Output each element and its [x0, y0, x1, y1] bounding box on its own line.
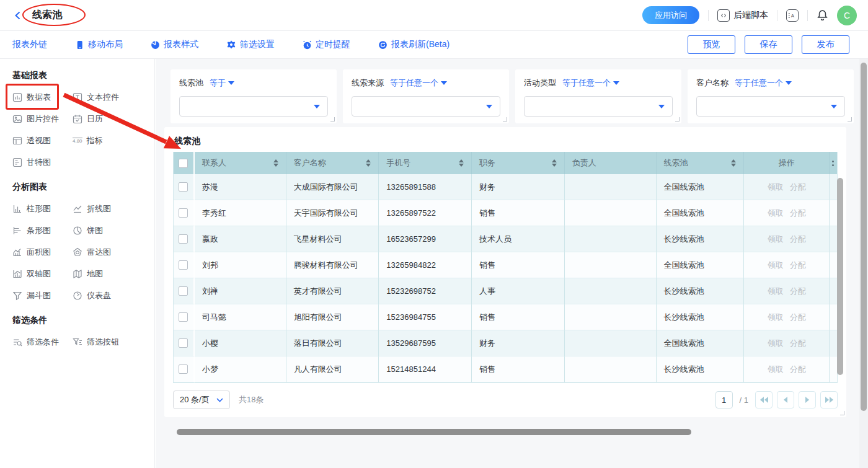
sidebar-item-filter-button[interactable]: 筛选按钮 — [73, 337, 147, 348]
select-all-checkbox[interactable] — [174, 152, 195, 174]
toolbar-item-external-link[interactable]: 报表外链 — [12, 39, 47, 50]
resize-grip[interactable] — [330, 117, 335, 121]
assign-link[interactable]: 分配 — [790, 234, 806, 245]
row-checkbox[interactable] — [179, 286, 188, 296]
sidebar-item-column-chart[interactable]: 柱形图 — [12, 203, 73, 214]
sidebar-item-gauge[interactable]: 仪表盘 — [73, 290, 147, 301]
toolbar-item-mobile-layout[interactable]: 移动布局 — [75, 39, 123, 50]
claim-link[interactable]: 领取 — [768, 312, 784, 323]
filter-operator[interactable]: 等于任意一个 — [390, 77, 447, 89]
resize-grip[interactable] — [848, 117, 852, 121]
sidebar-item-area-chart[interactable]: 面积图 — [12, 247, 73, 258]
row-checkbox[interactable] — [179, 338, 188, 348]
backend-script-button[interactable]: 后端脚本 — [717, 9, 768, 22]
filter-select[interactable] — [696, 96, 845, 117]
save-button[interactable]: 保存 — [745, 35, 792, 54]
back-button[interactable] — [11, 9, 25, 22]
resize-grip[interactable] — [503, 117, 507, 121]
table-row[interactable]: 嬴政 飞星材料公司 16523657299 技术人员 长沙线索池 领取分配 — [174, 226, 837, 252]
table-row[interactable]: 李秀红 天宇国际有限公司 13265897522 销售 全国线索池 领取分配 — [174, 200, 837, 226]
page-size-select[interactable]: 20 条/页 — [173, 391, 230, 409]
next-page-button[interactable] — [799, 391, 816, 408]
sidebar-item-funnel-chart[interactable]: 漏斗图 — [12, 290, 73, 301]
toolbar-item-report-style[interactable]: 报表样式 — [151, 39, 198, 50]
sidebar-item-text-widget[interactable]: 文本控件 — [73, 92, 147, 103]
column-header-customer[interactable]: 客户名称 — [286, 152, 379, 174]
filter-operator[interactable]: 等于任意一个 — [735, 77, 792, 89]
sort-icon[interactable] — [459, 159, 464, 167]
assign-link[interactable]: 分配 — [790, 364, 806, 375]
sidebar-item-filter-condition[interactable]: 筛选条件 — [12, 337, 73, 348]
resize-grip[interactable] — [675, 117, 680, 121]
filter-select[interactable] — [524, 96, 673, 117]
table-row[interactable]: 刘禅 英才有限公司 15232698752 人事 长沙线索池 领取分配 — [174, 278, 837, 304]
claim-link[interactable]: 领取 — [768, 234, 784, 245]
row-checkbox[interactable] — [179, 260, 188, 270]
sidebar-item-radar-chart[interactable]: 雷达图 — [73, 247, 147, 258]
sidebar-item-line-chart[interactable]: 折线图 — [73, 203, 147, 214]
row-checkbox[interactable] — [179, 364, 188, 374]
toolbar-item-filter-settings[interactable]: 筛选设置 — [226, 39, 275, 50]
row-checkbox[interactable] — [179, 182, 188, 192]
column-header-owner[interactable]: 负责人 — [565, 152, 657, 174]
first-page-button[interactable] — [755, 391, 773, 408]
filter-card-customer-name[interactable]: 客户名称 等于任意一个 — [688, 69, 854, 123]
filter-card-lead-source[interactable]: 线索来源 等于任意一个 — [343, 69, 509, 123]
toolbar-item-report-refresh[interactable]: 报表刷新(Beta) — [378, 39, 450, 50]
sidebar-item-pie-chart[interactable]: 饼图 — [73, 225, 147, 236]
assign-link[interactable]: 分配 — [790, 312, 806, 323]
row-checkbox[interactable] — [179, 208, 188, 218]
claim-link[interactable]: 领取 — [768, 208, 784, 219]
filter-operator[interactable]: 等于 — [210, 77, 234, 89]
column-header-pool[interactable]: 线索池 — [657, 152, 745, 174]
sidebar-item-map[interactable]: 地图 — [73, 268, 147, 280]
sort-icon[interactable] — [273, 159, 278, 167]
last-page-button[interactable] — [820, 391, 838, 408]
table-vertical-scrollbar[interactable] — [837, 178, 843, 375]
filter-operator[interactable]: 等于任意一个 — [562, 77, 619, 89]
sidebar-item-image-widget[interactable]: 图片控件 — [12, 113, 73, 125]
claim-link[interactable]: 领取 — [768, 260, 784, 271]
current-page-box[interactable]: 1 — [715, 391, 733, 408]
table-row[interactable]: 小梦 凡人有限公司 15214851244 销售 长沙线索池 领取分配 — [174, 356, 837, 382]
table-horizontal-scrollbar[interactable] — [177, 429, 691, 435]
row-checkbox[interactable] — [179, 234, 188, 244]
claim-link[interactable]: 领取 — [768, 338, 784, 349]
sidebar-item-metric[interactable]: 4,80 指标 — [73, 135, 147, 146]
table-row[interactable]: 苏漫 大成国际有限公司 13265891588 财务 全国线索池 领取分配 — [174, 174, 837, 200]
claim-link[interactable]: 领取 — [768, 182, 784, 193]
sidebar-item-gantt[interactable]: 甘特图 — [12, 157, 73, 168]
table-row[interactable]: 司马懿 旭阳有限公司 15236984755 销售 长沙线索池 领取分配 — [174, 304, 837, 330]
publish-button[interactable]: 发布 — [802, 35, 849, 54]
filter-select[interactable] — [179, 96, 328, 117]
table-row[interactable]: 小樱 落日有限公司 13529687595 财务 全国线索池 领取分配 — [174, 330, 837, 356]
claim-link[interactable]: 领取 — [768, 364, 784, 375]
preview-button[interactable]: 预览 — [688, 35, 735, 54]
column-settings-icon[interactable] — [830, 152, 837, 174]
resize-grip[interactable] — [840, 411, 844, 415]
assign-link[interactable]: 分配 — [790, 338, 806, 349]
toolbar-item-scheduled-reminder[interactable]: 定时提醒 — [303, 39, 350, 50]
prev-page-button[interactable] — [777, 391, 794, 408]
filter-select[interactable] — [352, 96, 500, 117]
app-access-button[interactable]: 应用访问 — [642, 6, 699, 24]
assign-link[interactable]: 分配 — [790, 260, 806, 271]
sidebar-item-dual-axis-chart[interactable]: 双轴图 — [12, 268, 73, 280]
sort-icon[interactable] — [731, 159, 736, 167]
sort-icon[interactable] — [552, 159, 557, 167]
sidebar-item-data-table[interactable]: 数据表 — [12, 92, 73, 103]
contacts-button[interactable]: A — [786, 9, 799, 22]
filter-card-activity-type[interactable]: 活动类型 等于任意一个 — [515, 69, 681, 123]
sidebar-item-pivot-table[interactable]: 透视图 — [12, 135, 73, 146]
sidebar-item-calendar[interactable]: 日历 — [73, 113, 147, 125]
table-row[interactable]: 刘邦 腾骏材料有限公司 13265984822 销售 全国线索池 领取分配 — [174, 252, 837, 278]
sidebar-item-bar-chart[interactable]: 条形图 — [12, 225, 73, 236]
column-header-job[interactable]: 职务 — [472, 152, 565, 174]
notifications-button[interactable] — [817, 9, 828, 21]
filter-card-lead-pool[interactable]: 线索池 等于 — [170, 69, 337, 123]
avatar[interactable]: C — [837, 6, 857, 25]
row-checkbox[interactable] — [179, 312, 188, 322]
assign-link[interactable]: 分配 — [790, 208, 806, 219]
claim-link[interactable]: 领取 — [768, 286, 784, 297]
assign-link[interactable]: 分配 — [790, 182, 806, 193]
